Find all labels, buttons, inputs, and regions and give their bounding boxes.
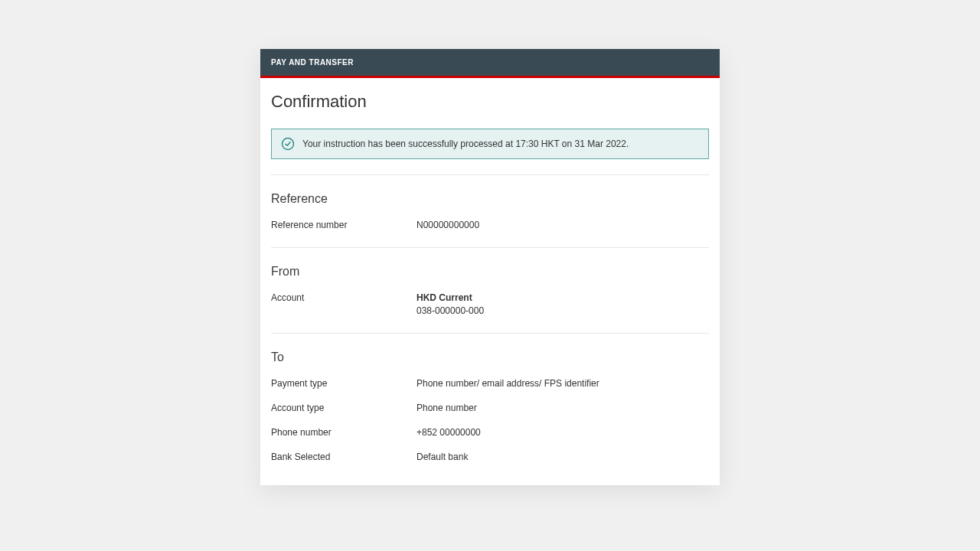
account-type-value: Phone number: [416, 403, 477, 413]
card-content: Confirmation Your instruction has been s…: [260, 78, 720, 485]
reference-number-value: N00000000000: [416, 220, 479, 230]
header-title: PAY AND TRANSFER: [271, 58, 354, 67]
payment-type-row: Payment type Phone number/ email address…: [271, 378, 709, 389]
confirmation-card: PAY AND TRANSFER Confirmation Your instr…: [260, 49, 720, 485]
to-section: To Payment type Phone number/ email addr…: [271, 334, 709, 462]
from-account-label: Account: [271, 292, 416, 316]
reference-section: Reference Reference number N00000000000: [271, 175, 709, 247]
from-account-number: 038-000000-000: [416, 305, 484, 316]
from-account-name: HKD Current: [416, 292, 484, 303]
payment-type-value: Phone number/ email address/ FPS identif…: [416, 378, 599, 389]
reference-number-row: Reference number N00000000000: [271, 220, 709, 230]
to-section-title: To: [271, 350, 709, 364]
phone-number-row: Phone number +852 00000000: [271, 427, 709, 438]
header-bar: PAY AND TRANSFER: [260, 49, 720, 78]
page-title: Confirmation: [271, 92, 709, 112]
from-section: From Account HKD Current 038-000000-000: [271, 248, 709, 333]
account-type-label: Account type: [271, 403, 416, 413]
success-message: Your instruction has been successfully p…: [302, 139, 629, 149]
bank-selected-label: Bank Selected: [271, 452, 416, 462]
from-section-title: From: [271, 265, 709, 279]
phone-number-label: Phone number: [271, 427, 416, 438]
bank-selected-value: Default bank: [416, 452, 468, 462]
svg-point-0: [283, 139, 294, 150]
reference-section-title: Reference: [271, 192, 709, 206]
bank-selected-row: Bank Selected Default bank: [271, 452, 709, 462]
reference-number-label: Reference number: [271, 220, 416, 230]
success-check-icon: [281, 137, 295, 151]
payment-type-label: Payment type: [271, 378, 416, 389]
phone-number-value: +852 00000000: [416, 427, 481, 438]
success-notification: Your instruction has been successfully p…: [271, 129, 709, 159]
from-account-row: Account HKD Current 038-000000-000: [271, 292, 709, 316]
account-type-row: Account type Phone number: [271, 403, 709, 413]
